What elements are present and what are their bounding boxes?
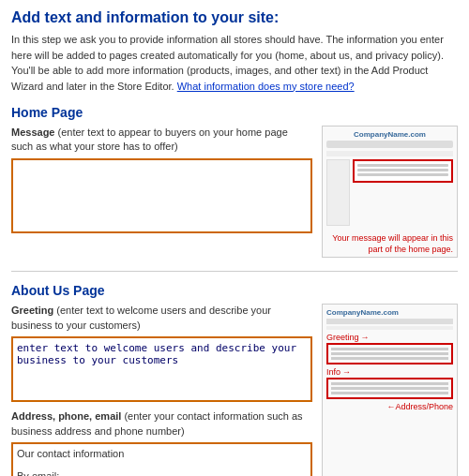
about-preview-main: Greeting → Info — [326, 333, 453, 411]
preview-main-area — [353, 159, 453, 226]
i-line — [331, 392, 448, 394]
greeting-arrow: → — [361, 333, 370, 342]
greeting-preview-label: Greeting — [326, 333, 359, 342]
about-page-section: About Us Page Greeting (enter text to we… — [11, 283, 458, 476]
home-page-inputs: Message (enter text to appear to buyers … — [11, 126, 312, 233]
info-preview-label: Info — [326, 367, 340, 377]
preview-line — [357, 173, 448, 176]
preview-main-content — [353, 159, 453, 183]
home-preview-image: CompanyName.com — [322, 126, 458, 258]
preview-top-bar — [326, 141, 453, 148]
i-line — [331, 382, 448, 385]
about-page-inputs: Greeting (enter text to welcome users an… — [11, 304, 312, 476]
preview-nav-bar — [326, 151, 453, 156]
section-divider — [11, 271, 458, 272]
greeting-preview-label-row: Greeting → — [326, 333, 453, 342]
info-link[interactable]: What information does my store need? — [177, 81, 355, 92]
info-preview-label-row: Info → — [326, 367, 453, 377]
home-preview-mockup: CompanyName.com — [323, 126, 457, 230]
preview-lines — [355, 161, 451, 181]
greeting-box — [326, 343, 453, 364]
about-info-container: Info → — [326, 367, 453, 399]
page-title: Add text and information to your site: — [11, 9, 458, 26]
info-arrow: → — [342, 367, 351, 377]
about-preview-navbar — [326, 326, 453, 330]
about-preview-company: CompanyName.com — [326, 308, 453, 317]
about-page-content: Greeting (enter text to welcome users an… — [11, 304, 458, 476]
home-page-title: Home Page — [11, 105, 458, 120]
preview-line — [357, 164, 448, 167]
about-preview-image: CompanyName.com Greeting → — [322, 304, 458, 476]
home-message-label: Message (enter text to appear to buyers … — [11, 126, 312, 155]
home-preview-col: CompanyName.com — [322, 126, 458, 258]
about-preview-col: CompanyName.com Greeting → — [322, 304, 458, 476]
address-textarea[interactable] — [11, 442, 312, 476]
info-box — [326, 378, 453, 399]
greeting-textarea[interactable] — [11, 336, 312, 402]
home-message-textarea[interactable] — [11, 158, 312, 233]
intro-paragraph: In this step we ask you to provide infor… — [11, 32, 458, 94]
about-preview-topbar — [326, 319, 453, 324]
home-arrow-label: Your message will appear in this part of… — [323, 231, 457, 257]
g-line — [331, 348, 448, 350]
greeting-label: Greeting (enter text to welcome users an… — [11, 304, 312, 333]
home-page-content: Message (enter text to appear to buyers … — [11, 126, 458, 258]
about-preview-body: Greeting → Info — [326, 333, 453, 411]
about-page-title: About Us Page — [11, 283, 458, 298]
g-line — [331, 352, 448, 355]
preview-company-name: CompanyName.com — [354, 130, 426, 139]
g-line — [331, 357, 448, 360]
home-page-section: Home Page Message (enter text to appear … — [11, 105, 458, 258]
address-phone-label: ←Address/Phone — [326, 402, 453, 411]
i-line — [331, 387, 448, 390]
address-label: Address, phone, email (enter your contac… — [11, 409, 312, 439]
preview-line — [357, 169, 448, 171]
about-greeting-container: Greeting → — [326, 333, 453, 364]
preview-content-area — [326, 159, 453, 226]
preview-left-nav — [326, 159, 350, 226]
